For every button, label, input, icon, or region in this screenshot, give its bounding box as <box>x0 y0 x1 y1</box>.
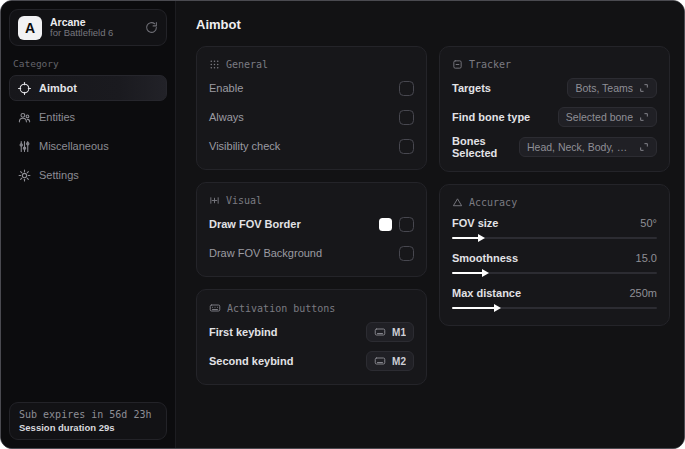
setting-row-draw-fov-border: Draw FOV Border <box>209 213 414 235</box>
expand-icon <box>639 112 649 122</box>
setting-row-visibility-check: Visibility check <box>209 135 414 157</box>
dropdown-value: Bots, Teams <box>575 82 633 94</box>
setting-row-first-keybind: First keybind M1 <box>209 321 414 343</box>
refresh-icon[interactable] <box>145 21 158 34</box>
app-title-block: Arcane for Battlefield 6 <box>50 16 137 39</box>
left-column: General Enable Always Visibility check <box>196 46 427 385</box>
accuracy-card: Accuracy FOV size 50° <box>439 184 670 326</box>
square-minus-icon <box>452 59 463 70</box>
setting-label: Visibility check <box>209 140 280 152</box>
keybind-value: M2 <box>392 356 406 367</box>
app-window: A Arcane for Battlefield 6 Category Aimb… <box>0 0 685 449</box>
enable-checkbox[interactable] <box>399 81 414 96</box>
keybind-value: M1 <box>392 327 406 338</box>
sidebar-item-settings[interactable]: Settings <box>9 162 167 188</box>
triangle-icon <box>452 197 463 208</box>
content-columns: General Enable Always Visibility check <box>196 46 670 385</box>
keyboard-icon <box>374 326 386 338</box>
bones-selected-dropdown[interactable]: Head, Neck, Body, Pe.. <box>519 137 657 157</box>
setting-row-always: Always <box>209 106 414 128</box>
sidebar-item-entities[interactable]: Entities <box>9 104 167 130</box>
smoothness-group: Smoothness 15.0 <box>452 252 657 278</box>
draw-fov-border-checkbox[interactable] <box>399 217 414 232</box>
section-title-label: Accuracy <box>469 197 517 208</box>
draw-fov-background-checkbox[interactable] <box>399 246 414 261</box>
sliders-icon <box>18 140 31 153</box>
smoothness-slider[interactable] <box>452 268 657 278</box>
slider-fill <box>452 307 497 309</box>
fov-size-slider[interactable] <box>452 233 657 243</box>
setting-label: Second keybind <box>209 355 293 367</box>
slider-thumb[interactable] <box>494 304 501 312</box>
setting-label: Enable <box>209 82 243 94</box>
slider-thumb[interactable] <box>478 234 485 242</box>
sidebar-nav: Aimbot Entities Miscellaneous Settings <box>9 75 167 188</box>
slider-value: 250m <box>629 287 657 299</box>
crosshair-icon <box>18 82 31 95</box>
users-icon <box>18 111 31 124</box>
frame-icon <box>209 195 220 206</box>
setting-label: Always <box>209 111 244 123</box>
max-distance-slider[interactable] <box>452 303 657 313</box>
sidebar-item-label: Settings <box>39 169 79 181</box>
targets-dropdown[interactable]: Bots, Teams <box>567 78 657 98</box>
sidebar-item-label: Miscellaneous <box>39 140 109 152</box>
session-duration-text: Session duration 29s <box>19 422 157 433</box>
setting-label: Smoothness <box>452 252 518 264</box>
visual-section-title: Visual <box>209 195 414 206</box>
app-subtitle: for Battlefield 6 <box>50 28 137 39</box>
sidebar-item-label: Aimbot <box>39 82 77 94</box>
visibility-check-checkbox[interactable] <box>399 139 414 154</box>
slider-value: 15.0 <box>636 252 657 264</box>
category-label: Category <box>13 58 163 69</box>
sidebar-item-miscellaneous[interactable]: Miscellaneous <box>9 133 167 159</box>
slider-label-row: FOV size 50° <box>452 217 657 229</box>
main-panel: Aimbot General Enable Al <box>176 1 684 448</box>
sidebar-item-label: Entities <box>39 111 75 123</box>
activation-buttons-card: Activation buttons First keybind M1 Seco… <box>196 289 427 385</box>
section-title-label: General <box>226 59 268 70</box>
setting-row-bones-selected: Bones Selected Head, Neck, Body, Pe.. <box>452 135 657 159</box>
setting-label: FOV size <box>452 217 498 229</box>
setting-row-targets: Targets Bots, Teams <box>452 77 657 99</box>
slider-fill <box>452 272 485 274</box>
page-title: Aimbot <box>196 17 670 32</box>
setting-label: Max distance <box>452 287 521 299</box>
sub-expires-text: Sub expires in 56d 23h <box>19 409 157 420</box>
setting-label: First keybind <box>209 326 277 338</box>
max-distance-group: Max distance 250m <box>452 287 657 313</box>
setting-row-find-bone-type: Find bone type Selected bone <box>452 106 657 128</box>
always-checkbox[interactable] <box>399 110 414 125</box>
slider-thumb[interactable] <box>482 269 489 277</box>
setting-row-enable: Enable <box>209 77 414 99</box>
setting-label: Targets <box>452 82 491 94</box>
slider-label-row: Max distance 250m <box>452 287 657 299</box>
sidebar: A Arcane for Battlefield 6 Category Aimb… <box>1 1 176 448</box>
keyboard-icon <box>209 302 221 314</box>
row-controls <box>379 217 414 232</box>
section-title-label: Visual <box>226 195 262 206</box>
first-keybind-button[interactable]: M1 <box>366 322 414 342</box>
dropdown-value: Head, Neck, Body, Pe.. <box>527 141 633 153</box>
subscription-status-card: Sub expires in 56d 23h Session duration … <box>9 402 167 440</box>
visual-card: Visual Draw FOV Border Draw FOV Backgrou… <box>196 182 427 277</box>
fov-size-group: FOV size 50° <box>452 217 657 243</box>
find-bone-type-dropdown[interactable]: Selected bone <box>558 107 657 127</box>
sidebar-spacer <box>9 188 167 402</box>
setting-label: Find bone type <box>452 111 530 123</box>
fov-border-color-swatch[interactable] <box>379 218 392 231</box>
dropdown-value: Selected bone <box>566 111 633 123</box>
second-keybind-button[interactable]: M2 <box>366 351 414 371</box>
expand-icon <box>639 142 649 152</box>
setting-label: Bones Selected <box>452 135 519 159</box>
accuracy-section-title: Accuracy <box>452 197 657 208</box>
expand-icon <box>639 83 649 93</box>
slider-value: 50° <box>640 217 657 229</box>
activation-section-title: Activation buttons <box>209 302 414 314</box>
keyboard-icon <box>374 355 386 367</box>
tracker-section-title: Tracker <box>452 59 657 70</box>
sidebar-item-aimbot[interactable]: Aimbot <box>9 75 167 101</box>
setting-row-second-keybind: Second keybind M2 <box>209 350 414 372</box>
slider-fill <box>452 237 481 239</box>
slider-label-row: Smoothness 15.0 <box>452 252 657 264</box>
